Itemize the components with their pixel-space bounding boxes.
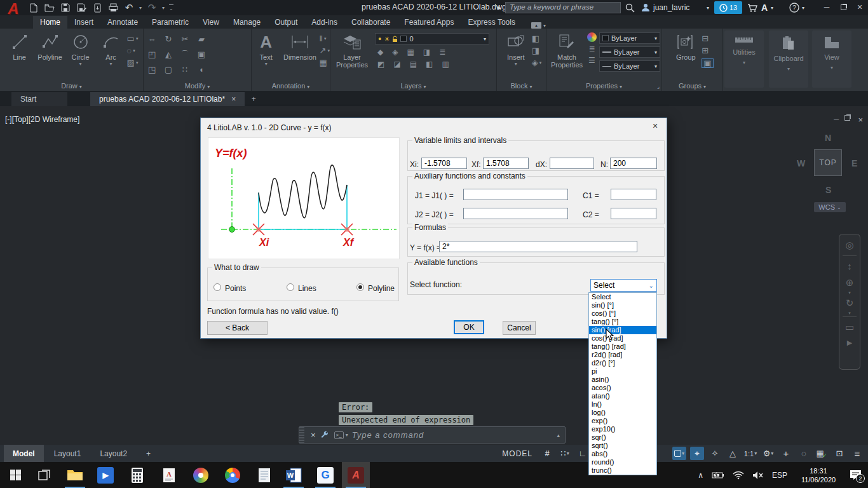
lineweight-list-icon[interactable]: ≣ bbox=[588, 44, 595, 53]
battery-icon[interactable] bbox=[712, 471, 724, 479]
hatch-tool-icon[interactable]: ▨▾ bbox=[127, 58, 139, 67]
viewport-controls[interactable]: [-][Top][2D Wireframe] bbox=[5, 115, 79, 124]
layer-tool-icon[interactable]: ▥ bbox=[442, 60, 449, 69]
move-icon[interactable]: ⇔ bbox=[148, 35, 156, 43]
panel-label-draw[interactable]: Draw ▾ bbox=[0, 82, 143, 90]
object-color-combo[interactable]: ByLayer ▾ bbox=[599, 32, 660, 44]
linetype-list-icon[interactable]: ☰ bbox=[588, 56, 595, 65]
tab-parametric[interactable]: Parametric bbox=[145, 16, 196, 29]
layer-tool-icon[interactable]: ▦ bbox=[407, 48, 414, 57]
j2-input[interactable] bbox=[463, 208, 568, 219]
close-button[interactable]: × bbox=[851, 0, 868, 14]
viewcube-top-face[interactable]: TOP bbox=[814, 149, 842, 176]
task-view-button[interactable] bbox=[31, 462, 58, 488]
language-indicator[interactable]: ESP bbox=[772, 471, 787, 480]
restore-button[interactable] bbox=[835, 0, 851, 14]
help-menu-icon[interactable]: ▾ bbox=[802, 2, 804, 13]
list-item[interactable]: trunc() bbox=[589, 466, 656, 475]
layer-tool-icon[interactable]: ◆ bbox=[377, 48, 383, 57]
notification-badge[interactable]: 13 bbox=[714, 1, 742, 14]
rotate-icon[interactable]: ↻ bbox=[165, 35, 172, 43]
user-menu-icon[interactable]: ▾ bbox=[707, 2, 709, 13]
list-item[interactable]: abs() bbox=[589, 450, 656, 458]
dx-input[interactable] bbox=[550, 158, 594, 169]
edit-block-icon[interactable]: ◨ bbox=[532, 46, 542, 55]
properties-dialog-launcher-icon[interactable]: ⌟ bbox=[657, 83, 660, 90]
list-item[interactable]: asin() bbox=[589, 376, 656, 384]
ok-button[interactable]: OK bbox=[454, 320, 484, 334]
layer-combo-arrow-icon[interactable]: ▾ bbox=[484, 36, 486, 42]
grid-toggle-icon[interactable]: # bbox=[540, 447, 554, 460]
g-app-icon[interactable]: G bbox=[311, 462, 339, 488]
leader-icon[interactable]: ↗▾ bbox=[320, 46, 330, 55]
dim-style-icon[interactable]: ‖▾ bbox=[320, 34, 330, 43]
ribbon-display-toggle[interactable]: ▴▾ bbox=[531, 22, 546, 29]
trim-icon[interactable]: ✂ bbox=[182, 35, 189, 43]
polar-tracking-icon[interactable]: ▾ bbox=[672, 447, 686, 460]
autocad-taskbar-icon[interactable]: A bbox=[342, 462, 370, 488]
tab-home[interactable]: Home bbox=[33, 16, 67, 29]
list-item-highlighted[interactable]: sin() [rad] bbox=[589, 326, 656, 334]
list-item[interactable]: cos() [°] bbox=[589, 309, 656, 318]
action-center-icon[interactable]: 2 bbox=[850, 470, 862, 480]
isolate-objects-icon[interactable]: ◌ bbox=[797, 447, 811, 460]
list-item[interactable]: pi bbox=[589, 367, 656, 376]
new-file-icon[interactable] bbox=[28, 2, 39, 13]
layer-properties-tool[interactable]: Layer Properties bbox=[334, 30, 370, 80]
points-radio[interactable] bbox=[214, 283, 221, 291]
layer-tool-icon[interactable]: ▤ bbox=[410, 60, 417, 69]
circle-flyout-icon[interactable]: ▾ bbox=[79, 61, 82, 67]
open-file-icon[interactable] bbox=[44, 2, 55, 13]
tab-layout1[interactable]: Layout1 bbox=[45, 445, 90, 462]
tab-express-tools[interactable]: Express Tools bbox=[461, 16, 522, 29]
save-icon[interactable] bbox=[60, 2, 71, 13]
media-player-icon[interactable]: ▶ bbox=[92, 462, 119, 488]
panel-label-annotation[interactable]: Annotation ▾ bbox=[252, 82, 330, 90]
word-icon[interactable]: W bbox=[280, 462, 308, 488]
paint-icon[interactable] bbox=[187, 462, 215, 488]
viewport-close-icon[interactable]: × bbox=[858, 115, 863, 125]
play-motion-icon[interactable]: ▶ bbox=[847, 339, 852, 347]
tab-featured-apps[interactable]: Featured Apps bbox=[397, 16, 461, 29]
mirror-icon[interactable]: ◭ bbox=[165, 50, 172, 58]
scale-icon[interactable]: ▢ bbox=[165, 65, 172, 74]
panel-label-groups[interactable]: Groups ▾ bbox=[662, 82, 722, 90]
redo-icon[interactable]: ↷ bbox=[146, 2, 158, 13]
match-properties-tool[interactable]: Match Properties bbox=[549, 30, 585, 80]
new-layout-icon[interactable]: + bbox=[137, 445, 159, 462]
cli-customize-wrench-icon[interactable] bbox=[320, 430, 329, 440]
layer-color-swatch[interactable] bbox=[400, 36, 407, 42]
object-snap-tracking-icon[interactable]: ✧ bbox=[708, 447, 722, 460]
crosshair-icon[interactable]: + bbox=[779, 447, 793, 460]
minimize-button[interactable]: ─ bbox=[818, 0, 835, 14]
panel-label-properties[interactable]: Properties ▾ bbox=[546, 82, 661, 90]
fillet-icon[interactable]: ⌒ bbox=[181, 50, 189, 58]
viewcube-north[interactable]: N bbox=[825, 133, 831, 143]
customization-menu-icon[interactable]: ≡ bbox=[850, 447, 864, 460]
open-from-web-icon[interactable] bbox=[92, 2, 103, 13]
chrome-icon[interactable] bbox=[219, 462, 247, 488]
line-tool[interactable]: Line bbox=[5, 30, 34, 80]
zoom-extents-icon[interactable]: ⊕ bbox=[846, 277, 854, 288]
pan-icon[interactable]: ↕ bbox=[847, 261, 852, 271]
steering-wheel-icon[interactable]: ◎ bbox=[845, 240, 853, 251]
command-input[interactable]: Type a command bbox=[352, 430, 424, 440]
list-item[interactable]: sin() [°] bbox=[589, 301, 656, 309]
calculator-icon[interactable] bbox=[123, 462, 151, 488]
copy-icon[interactable]: ◰ bbox=[148, 50, 156, 58]
search-expand-icon[interactable]: ▸ bbox=[498, 2, 501, 13]
utilities-collapsed-panel[interactable]: Utilities ▾ bbox=[724, 30, 764, 88]
tab-manage[interactable]: Manage bbox=[226, 16, 268, 29]
create-block-icon[interactable]: ◧ bbox=[532, 34, 542, 43]
text-tool[interactable]: A Text ▾ bbox=[252, 30, 280, 80]
object-snap-icon[interactable]: ⌖ bbox=[690, 447, 704, 460]
xf-input[interactable]: 1.5708 bbox=[483, 158, 529, 169]
start-button[interactable] bbox=[1, 462, 29, 488]
clipboard-collapsed-panel[interactable]: Clipboard ▾ bbox=[769, 30, 808, 88]
command-line[interactable]: × >_ ▾ Type a command ▴ bbox=[299, 426, 566, 444]
list-item[interactable]: tang() [°] bbox=[589, 318, 656, 326]
layer-tool-icon[interactable]: ◪ bbox=[393, 60, 400, 69]
table-icon[interactable]: ▦ bbox=[320, 58, 330, 67]
annotation-scale[interactable]: 1:1▾ bbox=[743, 447, 757, 460]
c1-input[interactable] bbox=[611, 189, 656, 200]
